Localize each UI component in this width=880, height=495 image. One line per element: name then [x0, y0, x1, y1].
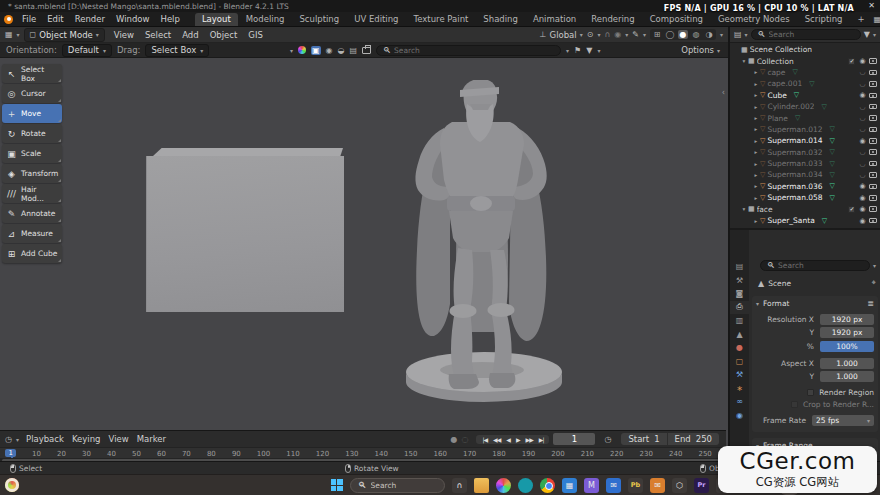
menu-item[interactable]: Help: [155, 13, 184, 25]
shading-mode-button[interactable]: ◑: [704, 30, 714, 39]
workspace-tab[interactable]: Layout: [195, 13, 238, 26]
editor-type-icon[interactable]: ▦: [5, 30, 13, 39]
taskbar-app-icon[interactable]: ∩: [452, 478, 467, 493]
shading-mode-button[interactable]: ⊞: [652, 30, 662, 39]
properties-tab[interactable]: ⚒: [730, 368, 749, 382]
workspace-tab[interactable]: Animation: [526, 13, 583, 26]
render-region-checkbox[interactable]: [807, 389, 814, 396]
santa-character-model[interactable]: [392, 80, 582, 410]
breadcrumb[interactable]: Scene: [768, 279, 791, 288]
timeline-ruler[interactable]: 1 10203040506070809010011012013014015016…: [0, 447, 726, 458]
timeline-menu-item[interactable]: Marker: [134, 434, 169, 444]
orientation-default-dropdown[interactable]: Default ▾: [62, 44, 112, 57]
object-name[interactable]: Superman.032: [767, 148, 822, 157]
aspect-y-field[interactable]: 1.000: [820, 371, 874, 382]
snap-magnet-icon[interactable]: ∩: [604, 30, 610, 39]
cube-object[interactable]: [146, 156, 344, 312]
outliner-row[interactable]: ▸ ▽ Superman.036 ▽: [730, 181, 880, 192]
object-name[interactable]: Plane: [767, 114, 788, 123]
gizmo-toggle-icon[interactable]: ◉: [326, 46, 333, 55]
outliner-row[interactable]: ▸ ▽ cape.001 ▽: [730, 78, 880, 89]
pin-icon[interactable]: ⌖: [871, 278, 876, 288]
tool-button[interactable]: ✎ Annotate: [2, 204, 62, 223]
tool-button[interactable]: ▣ Scale: [2, 144, 62, 163]
menu-item[interactable]: Render: [70, 13, 110, 25]
tool-button[interactable]: ◎ Cursor: [2, 84, 62, 103]
chevron-down-icon[interactable]: ▾: [290, 47, 293, 54]
outliner-search[interactable]: 🔍︎: [751, 29, 861, 40]
properties-tab[interactable]: ⎙: [730, 301, 749, 315]
viewport-overlay-toggle[interactable]: ▣: [311, 46, 321, 55]
object-name[interactable]: cape.001: [767, 79, 802, 88]
taskbar-app-icon[interactable]: [474, 478, 489, 493]
taskbar-app-icon[interactable]: Pr: [694, 478, 709, 493]
outliner-row[interactable]: ▸ ▽ Super_Santa ▽: [730, 215, 880, 226]
visibility-eye-icon[interactable]: [858, 125, 867, 133]
properties-tab[interactable]: ▤: [730, 260, 749, 274]
timeline-menu-item[interactable]: View: [106, 434, 132, 444]
visibility-eye-icon[interactable]: [858, 160, 867, 168]
viewport-menu-item[interactable]: Object: [205, 29, 243, 41]
visibility-eye-icon[interactable]: [858, 171, 867, 179]
properties-tab[interactable]: ⚒: [730, 274, 749, 288]
outliner-search-input[interactable]: [769, 30, 854, 39]
collection-checkbox[interactable]: [848, 206, 855, 213]
properties-tab[interactable]: ∗: [730, 382, 749, 396]
viewport-menu-item[interactable]: Select: [140, 29, 176, 41]
taskbar-app-icon[interactable]: ▦: [562, 478, 577, 493]
workspace-tab[interactable]: UV Editing: [347, 13, 405, 26]
workspace-tab[interactable]: Sculpting: [292, 13, 346, 26]
viewport-search[interactable]: 🔍︎: [376, 45, 561, 56]
proportional-edit-icon[interactable]: ◉: [614, 30, 621, 39]
outliner-display-mode-icon[interactable]: ▤: [734, 30, 742, 39]
close-icon[interactable]: ✕: [868, 1, 875, 10]
tool-button[interactable]: ⊿ Measure: [2, 224, 62, 243]
tool-button[interactable]: ◈ Transform: [2, 164, 62, 183]
timeline-menu-item[interactable]: Playback: [23, 434, 67, 444]
workspace-tab[interactable]: Scripting: [798, 13, 850, 26]
outliner-row[interactable]: ▸ ▽ Superman.032 ▽: [730, 147, 880, 158]
workspace-tab[interactable]: Modeling: [239, 13, 292, 26]
workspace-tab[interactable]: Texture Paint: [407, 13, 476, 26]
object-name[interactable]: Cube: [767, 91, 786, 100]
mode-dropdown[interactable]: ◻ Object Mode ▾: [24, 28, 105, 42]
resolution-percent-field[interactable]: 100%: [820, 341, 874, 352]
render-camera-icon[interactable]: [869, 127, 877, 133]
render-camera-icon[interactable]: [869, 81, 877, 87]
snap-pivot-icon[interactable]: ⊙: [587, 30, 594, 39]
frame-end-field-timeline[interactable]: End 250: [668, 433, 719, 445]
properties-tab[interactable]: ◙: [730, 287, 749, 301]
tool-button[interactable]: + Move: [2, 104, 62, 123]
transport-button[interactable]: ▶|: [537, 436, 546, 443]
render-printer-icon[interactable]: [362, 47, 371, 54]
outliner-row[interactable]: ▸ ▽ Superman.012 ▽: [730, 124, 880, 135]
expand-chevron-icon[interactable]: ▸: [752, 195, 760, 201]
layer-stack-icon[interactable]: ▤: [350, 46, 358, 55]
sidebar-collapse-icon[interactable]: ‹: [722, 88, 725, 97]
expand-chevron-icon[interactable]: ▸: [752, 161, 760, 167]
presets-icon[interactable]: ≣: [867, 299, 874, 308]
windows-start-button[interactable]: [330, 479, 343, 492]
expand-chevron-icon[interactable]: ▾: [740, 58, 748, 64]
render-camera-icon[interactable]: [869, 218, 877, 224]
menu-item[interactable]: Window: [111, 13, 155, 25]
object-name[interactable]: Cylinder.002: [767, 102, 814, 111]
render-camera-icon[interactable]: [869, 161, 877, 167]
transport-button[interactable]: ▶: [514, 436, 522, 443]
object-name[interactable]: Scene Collection: [750, 45, 812, 54]
object-name[interactable]: Super_Santa: [767, 216, 814, 225]
aspect-x-field[interactable]: 1.000: [820, 358, 874, 369]
transport-button[interactable]: ◀: [504, 436, 512, 443]
taskbar-app-icon[interactable]: Pb: [628, 478, 643, 493]
expand-chevron-icon[interactable]: ▸: [752, 92, 760, 98]
workspace-tab[interactable]: Geometry Nodes: [711, 13, 797, 26]
outliner-row[interactable]: ▸ ▽ Cylinder.002 ▽: [730, 101, 880, 112]
menu-item[interactable]: File: [17, 13, 41, 25]
current-frame-indicator[interactable]: 1: [5, 449, 16, 457]
outliner-filter-icon[interactable]: ▼: [864, 30, 870, 39]
visibility-eye-icon[interactable]: [858, 80, 867, 88]
object-name[interactable]: Superman.014: [767, 136, 822, 145]
taskbar-app-icon[interactable]: ⬡: [672, 478, 687, 493]
properties-tab[interactable]: ◉: [730, 409, 749, 423]
workspace-tab[interactable]: Compositing: [643, 13, 710, 26]
